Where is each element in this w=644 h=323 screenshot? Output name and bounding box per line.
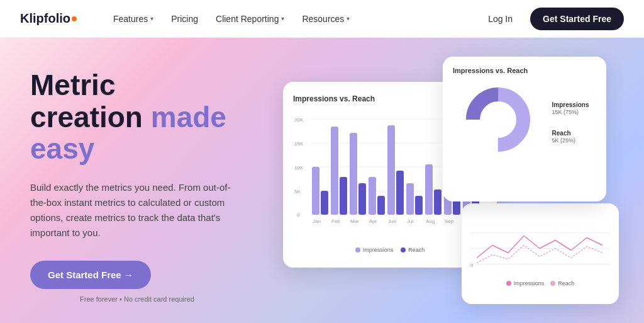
svg-text:5K: 5K xyxy=(294,189,301,195)
svg-point-39 xyxy=(480,102,516,137)
hero-section: Metric creation made easy Build exactly … xyxy=(0,38,644,323)
svg-rect-18 xyxy=(387,125,395,215)
svg-rect-16 xyxy=(369,177,376,215)
svg-rect-13 xyxy=(340,177,347,215)
svg-rect-22 xyxy=(425,164,433,215)
line-chart-svg: 0 xyxy=(470,212,610,275)
nav-right: Log In Get Started Free xyxy=(480,8,624,30)
svg-text:Jun: Jun xyxy=(388,218,396,224)
line-legend-dot-reach xyxy=(550,281,555,286)
hero-subtitle: Build exactly the metrics you need. From… xyxy=(30,180,231,241)
hero-cta-button[interactable]: Get Started Free → xyxy=(30,261,151,289)
line-legend-reach: Reach xyxy=(550,280,574,286)
svg-text:Jan: Jan xyxy=(313,218,321,224)
legend-dot-impressions xyxy=(355,247,360,252)
svg-text:Mar: Mar xyxy=(350,218,359,224)
svg-rect-11 xyxy=(321,191,328,215)
nav-features[interactable]: Features ▾ xyxy=(107,10,160,28)
line-chart-card: 0 Impressions Reach xyxy=(462,203,619,304)
nav-client-reporting[interactable]: Client Reporting ▾ xyxy=(209,10,291,28)
chevron-down-icon: ▾ xyxy=(150,15,153,22)
bar-chart-legend: Impressions Reach xyxy=(293,247,487,253)
svg-rect-21 xyxy=(415,196,423,215)
svg-rect-14 xyxy=(350,133,357,215)
svg-text:Sep: Sep xyxy=(445,218,454,224)
svg-rect-12 xyxy=(331,127,338,215)
svg-rect-17 xyxy=(377,196,385,215)
hero-charts: Impressions vs. Reach 20K 15K 10K 5K 0 xyxy=(264,38,644,323)
svg-rect-10 xyxy=(312,167,319,215)
svg-text:15K: 15K xyxy=(294,141,304,147)
logo-text: Klipfolio xyxy=(20,11,70,26)
hero-footnote: Free forever • No credit card required xyxy=(30,295,244,303)
line-chart-legend: Impressions Reach xyxy=(470,280,610,286)
logo-dot xyxy=(72,16,77,21)
svg-rect-20 xyxy=(406,183,414,215)
svg-text:20K: 20K xyxy=(294,117,304,123)
svg-text:Jul: Jul xyxy=(407,218,413,224)
donut-label-impressions: Impressions 15K (75%) xyxy=(552,101,589,116)
nav-cta-button[interactable]: Get Started Free xyxy=(530,8,624,30)
svg-rect-23 xyxy=(434,190,441,215)
donut-chart-card: Impressions vs. Reach Impressions xyxy=(443,57,606,201)
svg-text:10K: 10K xyxy=(294,165,304,171)
svg-rect-19 xyxy=(396,171,404,215)
legend-reach: Reach xyxy=(401,247,425,253)
nav-links: Features ▾ Pricing Client Reporting ▾ Re… xyxy=(107,10,480,28)
line-legend-impressions: Impressions xyxy=(506,280,545,286)
svg-text:Apr: Apr xyxy=(369,218,377,224)
nav-pricing[interactable]: Pricing xyxy=(165,10,204,28)
svg-text:Aug: Aug xyxy=(426,218,435,224)
login-button[interactable]: Log In xyxy=(480,10,520,28)
navbar: Klipfolio Features ▾ Pricing Client Repo… xyxy=(0,0,644,38)
svg-text:0: 0 xyxy=(297,212,300,218)
svg-text:Feb: Feb xyxy=(331,218,340,224)
svg-rect-15 xyxy=(358,183,366,215)
hero-title: Metric creation made easy xyxy=(30,69,244,165)
donut-label-reach: Reach 5K (25%) xyxy=(552,129,589,145)
line-legend-dot-impressions xyxy=(506,281,511,286)
legend-dot-reach xyxy=(401,247,406,252)
nav-resources[interactable]: Resources ▾ xyxy=(296,10,356,28)
donut-labels: Impressions 15K (75%) Reach 5K (25%) xyxy=(552,101,589,144)
donut-svg-wrap xyxy=(460,82,542,164)
logo[interactable]: Klipfolio xyxy=(20,11,77,26)
donut-area: Impressions 15K (75%) Reach 5K (25%) xyxy=(453,82,596,164)
chevron-down-icon: ▾ xyxy=(347,15,350,22)
donut-chart-title: Impressions vs. Reach xyxy=(453,67,596,74)
legend-impressions: Impressions xyxy=(355,247,394,253)
hero-content: Metric creation made easy Build exactly … xyxy=(0,38,264,323)
chevron-down-icon: ▾ xyxy=(281,15,284,22)
svg-text:0: 0 xyxy=(470,263,474,268)
donut-svg xyxy=(460,82,536,157)
